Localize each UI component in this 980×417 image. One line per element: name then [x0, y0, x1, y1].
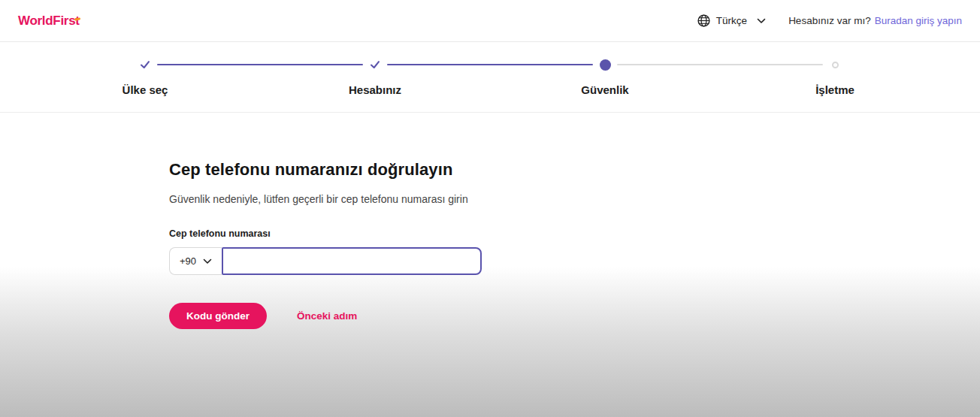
connector-line-upcoming: [617, 64, 823, 65]
send-code-button[interactable]: Kodu gönder: [169, 303, 267, 329]
header-right: Türkçe Hesabınız var mı? Buradan giriş y…: [697, 14, 962, 27]
connector-line-completed: [387, 64, 593, 65]
progress-stepper: Ülke seç Hesabınız Güvenlik İşletme: [0, 42, 980, 113]
account-question: Hesabınız var mı?: [788, 15, 871, 26]
chevron-down-icon: [757, 18, 766, 24]
step4-upcoming-circle-icon: [832, 62, 839, 68]
phone-number-label: Cep telefonu numarası: [169, 228, 980, 239]
previous-step-link[interactable]: Önceki adım: [297, 310, 357, 322]
language-label: Türkçe: [716, 15, 747, 26]
login-link[interactable]: Buradan giriş yapın: [875, 15, 962, 26]
step-label-hesabiniz: Hesabınız: [349, 83, 401, 96]
language-switcher[interactable]: Türkçe: [697, 14, 766, 27]
phone-number-input[interactable]: [222, 247, 482, 275]
step3-active-dot-icon: [600, 59, 611, 71]
step1-check-icon: [139, 59, 151, 71]
form-actions: Kodu gönder Önceki adım: [169, 303, 980, 329]
page-title: Cep telefonu numaranızı doğrulayın: [169, 160, 980, 180]
header: WorldFirst Türkçe Hesabınız var mı?: [0, 0, 980, 42]
worldfirst-logo: WorldFirst: [18, 14, 80, 29]
globe-icon: [697, 14, 710, 27]
logo-accent-letter: t: [75, 14, 79, 28]
step-label-guvenlik: Güvenlik: [581, 83, 628, 96]
connector-line-completed: [157, 64, 363, 65]
login-area: Hesabınız var mı? Buradan giriş yapın: [788, 15, 962, 26]
chevron-down-icon: [203, 255, 212, 267]
logo-text: WorldFirs: [18, 14, 75, 28]
step-label-ulke-sec: Ülke seç: [122, 83, 168, 96]
phone-verification-form: Cep telefonu numaranızı doğrulayın Güven…: [0, 113, 980, 329]
phone-input-group: +90: [169, 247, 482, 275]
page-subtitle: Güvenlik nedeniyle, lütfen geçerli bir c…: [169, 193, 980, 205]
step-label-isletme: İşletme: [815, 83, 854, 96]
stepper-labels-row: Ülke seç Hesabınız Güvenlik İşletme: [30, 83, 950, 96]
country-code-select[interactable]: +90: [169, 247, 222, 275]
stepper-icons-row: [30, 59, 950, 71]
step2-check-icon: [369, 59, 381, 71]
country-code-value: +90: [180, 255, 196, 267]
